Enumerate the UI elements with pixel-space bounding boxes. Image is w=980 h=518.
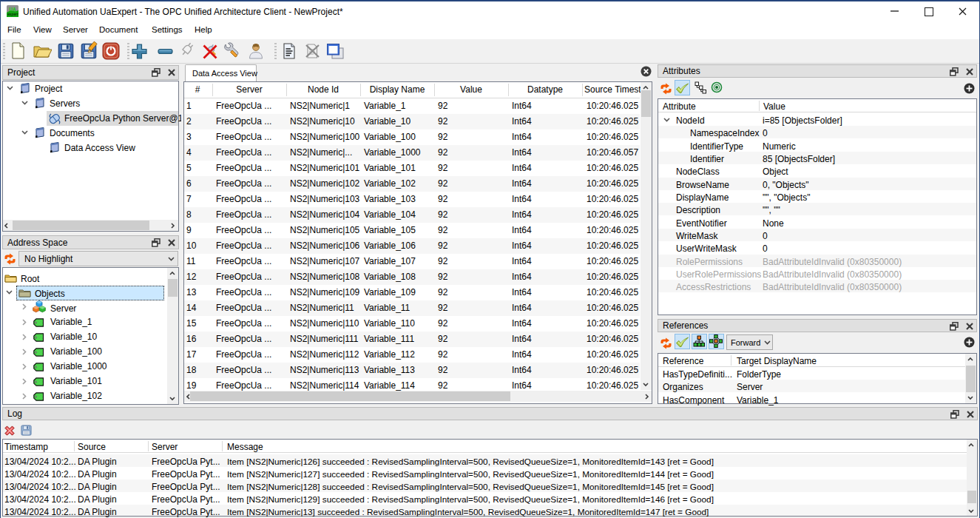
svg-text:expert: expert [7, 13, 18, 16]
svg-text:UA: UA [9, 7, 16, 12]
